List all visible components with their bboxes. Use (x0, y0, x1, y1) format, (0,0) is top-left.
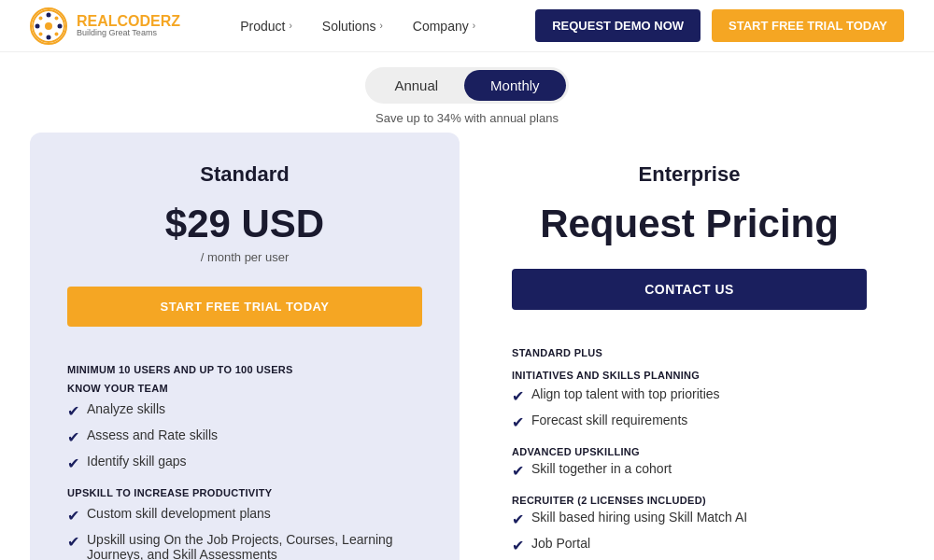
svg-point-7 (55, 16, 59, 20)
standard-features-2: ✔ Custom skill development plans ✔ Upski… (67, 506, 422, 560)
logo-text: REALCODERZ Building Great Teams (77, 13, 180, 38)
demo-button[interactable]: REQUEST DEMO NOW (535, 9, 700, 42)
nav-solutions[interactable]: Solutions › (322, 19, 383, 34)
enterprise-price: Request Pricing (512, 202, 867, 246)
logo-area: REALCODERZ Building Great Teams (30, 7, 180, 45)
ent-section-header-2: ADVANCED UPSKILLING (512, 446, 867, 457)
standard-section-header-2: UPSKILL TO INCREASE PRODUCTIVITY (67, 487, 422, 498)
header-buttons: REQUEST DEMO NOW START FREE TRIAL TODAY (535, 9, 904, 42)
standard-cta-button[interactable]: START FREE TRIAL TODAY (67, 287, 422, 327)
nav-company[interactable]: Company › (413, 19, 475, 34)
svg-point-4 (35, 23, 40, 28)
chevron-down-icon: › (473, 21, 475, 31)
check-icon: ✔ (67, 455, 79, 472)
svg-point-3 (47, 35, 51, 39)
check-icon: ✔ (67, 533, 79, 551)
standard-plan-card: Standard $29 USD / month per user START … (30, 133, 460, 560)
list-item: ✔ Align top talent with top priorities (512, 386, 867, 405)
list-item: ✔ Skill together in a cohort (512, 461, 867, 480)
chevron-down-icon: › (290, 21, 292, 31)
monthly-toggle-button[interactable]: Monthly (464, 70, 566, 101)
svg-point-8 (39, 32, 43, 35)
check-icon: ✔ (512, 511, 524, 528)
check-icon: ✔ (67, 402, 79, 420)
list-item: ✔ Analyze skills (67, 401, 422, 420)
list-item: ✔ Identify skill gaps (67, 454, 422, 472)
ent-section-subheader-1: INITIATIVES AND SKILLS PLANNING (512, 370, 867, 381)
standard-section-subheader-1: KNOW YOUR TEAM (67, 383, 422, 394)
tagline: Building Great Teams (77, 29, 180, 38)
enterprise-plan-title: Enterprise (512, 162, 867, 187)
enterprise-plan-card: Enterprise Request Pricing CONTACT US ST… (474, 133, 904, 560)
list-item: ✔ Assess and Rate skills (67, 427, 422, 446)
check-icon: ✔ (512, 537, 524, 554)
brand-name: REALCODERZ (77, 13, 180, 30)
billing-toggle-section: Annual Monthly Save up to 34% with annua… (0, 52, 934, 133)
standard-section-header-1: MINIMUM 10 USERS AND UP TO 100 USERS (67, 364, 422, 375)
check-icon: ✔ (512, 413, 524, 431)
enterprise-features-3: ✔ Skill based hiring using Skill Match A… (512, 510, 867, 560)
standard-price: $29 USD (67, 202, 422, 246)
check-icon: ✔ (67, 428, 79, 446)
svg-point-5 (58, 23, 63, 28)
nav: Product › Solutions › Company › (240, 19, 475, 34)
svg-point-6 (39, 16, 43, 20)
toggle-container: Annual Monthly (365, 67, 568, 104)
list-item: ✔ Skill based hiring using Skill Match A… (512, 510, 867, 528)
list-item: ✔ Custom skill development plans (67, 506, 422, 525)
standard-plan-title: Standard (67, 162, 422, 187)
header: REALCODERZ Building Great Teams Product … (0, 0, 934, 52)
standard-features-1: ✔ Analyze skills ✔ Assess and Rate skill… (67, 401, 422, 472)
logo-icon (30, 7, 67, 45)
trial-button[interactable]: START FREE TRIAL TODAY (712, 9, 904, 42)
svg-point-2 (47, 12, 51, 17)
enterprise-features-1: ✔ Align top talent with top priorities ✔… (512, 386, 867, 431)
nav-product[interactable]: Product › (240, 19, 292, 34)
check-icon: ✔ (67, 507, 79, 525)
annual-toggle-button[interactable]: Annual (368, 70, 464, 101)
chevron-down-icon: › (379, 21, 382, 31)
check-icon: ✔ (512, 462, 524, 480)
list-item: ✔ Job Portal (512, 536, 867, 554)
list-item: ✔ Forecast skill requirements (512, 413, 867, 431)
ent-section-header-3: RECRUITER (2 LICENSES INCLUDED) (512, 495, 867, 506)
pricing-grid: Standard $29 USD / month per user START … (0, 133, 934, 560)
enterprise-features-2: ✔ Skill together in a cohort (512, 461, 867, 480)
svg-point-1 (45, 22, 52, 30)
list-item: ✔ Upskill using On the Job Projects, Cou… (67, 532, 422, 560)
enterprise-cta-button[interactable]: CONTACT US (512, 269, 867, 310)
check-icon: ✔ (512, 387, 524, 405)
standard-price-period: / month per user (67, 250, 422, 264)
savings-text: Save up to 34% with annual plans (375, 111, 559, 125)
svg-point-9 (55, 32, 59, 35)
ent-section-header-1: STANDARD PLUS (512, 347, 867, 358)
